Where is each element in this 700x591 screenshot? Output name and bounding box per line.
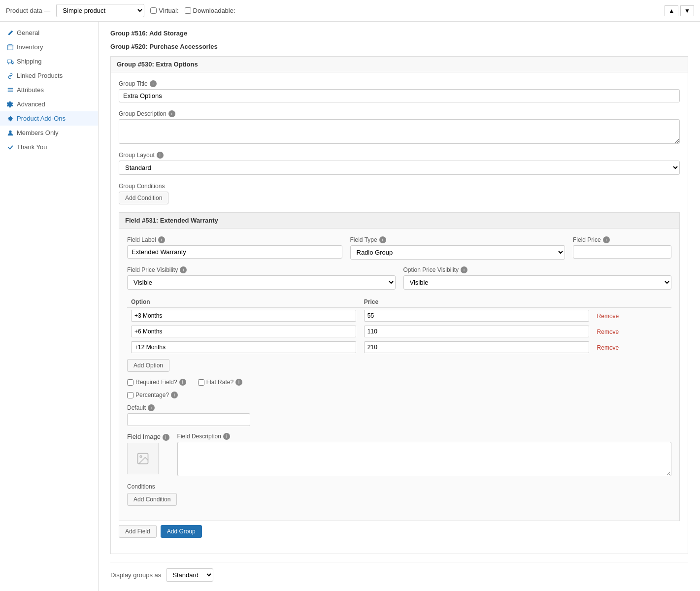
remove-option-1[interactable]: Remove	[597, 328, 619, 335]
bottom-actions: Add Field Add Group	[119, 521, 680, 546]
field-description-textarea[interactable]	[177, 442, 671, 476]
field-price-visibility-select[interactable]: Visible Hidden	[127, 275, 396, 290]
group-layout-row: Group Layout i Standard Grid List	[119, 152, 680, 175]
sidebar-item-attributes[interactable]: Attributes	[0, 83, 98, 97]
svg-rect-4	[8, 88, 13, 88]
default-input[interactable]	[127, 413, 250, 426]
option-label-input-1[interactable]	[131, 326, 356, 337]
field-description-label: Field Description i	[177, 433, 671, 440]
field-label-input[interactable]	[127, 245, 342, 259]
sidebar-item-inventory[interactable]: Inventory	[0, 40, 98, 54]
percentage-checkbox[interactable]	[127, 392, 133, 398]
field-type-col: Field Type i Radio Group Checkbox Text S…	[350, 236, 566, 260]
group-title-field: Group Title i	[119, 80, 680, 102]
option-price-input-2[interactable]	[364, 341, 589, 353]
group-conditions-label: Group Conditions	[119, 183, 168, 190]
sidebar-item-general[interactable]: General	[0, 26, 98, 40]
sidebar-item-linked-products[interactable]: Linked Products	[0, 68, 98, 83]
field-image-info: i	[163, 434, 169, 441]
add-condition-btn-group[interactable]: Add Condition	[119, 192, 168, 204]
add-field-btn[interactable]: Add Field	[119, 525, 157, 538]
field-price-visibility-col: Field Price Visibility i Visible Hidden	[127, 266, 396, 290]
field-price-info: i	[603, 236, 610, 243]
group-layout-select[interactable]: Standard Grid List	[119, 161, 680, 175]
add-option-btn[interactable]: Add Option	[127, 359, 169, 372]
field-checkboxes-row2: Percentage? i	[127, 392, 671, 398]
field-label-info: i	[158, 236, 165, 243]
remove-option-2[interactable]: Remove	[597, 344, 619, 351]
option-label-input-2[interactable]	[131, 341, 356, 353]
field-price-vis-info: i	[180, 266, 187, 273]
svg-rect-5	[8, 90, 13, 90]
group-description-label: Group Description i	[119, 110, 680, 117]
group-layout-info: i	[157, 152, 164, 159]
product-data-label: Product data —	[6, 7, 50, 14]
group-530-section: Group #530: Extra Options Group Title i	[110, 56, 688, 554]
gear-icon	[7, 101, 14, 108]
display-groups-select[interactable]: Standard Tabs Accordion	[166, 568, 213, 582]
sidebar-item-thank-you[interactable]: Thank You	[0, 140, 98, 154]
group-description-info: i	[168, 110, 175, 117]
option-price-input-1[interactable]	[364, 326, 589, 337]
arrow-down-btn[interactable]: ▼	[680, 5, 694, 16]
table-row: Remove	[127, 324, 671, 339]
puzzle-icon	[7, 115, 14, 122]
group-520-header: Group #520: Purchase Accessories	[110, 43, 688, 50]
check-icon	[7, 144, 14, 151]
option-price-input-0[interactable]	[364, 310, 589, 322]
price-visibility-row: Field Price Visibility i Visible Hidden	[127, 266, 671, 290]
group-description-textarea[interactable]	[119, 119, 680, 144]
group-title-info: i	[150, 80, 157, 87]
field-image-label: Field Image i	[127, 433, 169, 441]
group-516-header: Group #516: Add Storage	[110, 30, 688, 37]
sidebar-item-advanced[interactable]: Advanced	[0, 97, 98, 111]
conditions-label: Conditions	[127, 483, 671, 490]
box-icon	[7, 44, 14, 51]
svg-point-7	[9, 130, 11, 132]
sidebar-item-members-only[interactable]: Members Only	[0, 126, 98, 140]
group-title-row: Group Title i	[119, 80, 680, 102]
product-type-select[interactable]: Simple product Variable product Grouped …	[56, 4, 144, 17]
percentage-checkbox-label: Percentage? i	[127, 392, 178, 398]
field-price-input[interactable]	[573, 245, 671, 259]
downloadable-checkbox[interactable]	[185, 7, 191, 14]
svg-rect-0	[8, 46, 13, 50]
option-price-visibility-select[interactable]: Visible Hidden	[403, 275, 672, 290]
svg-point-3	[12, 63, 13, 64]
flat-rate-checkbox[interactable]	[198, 379, 204, 386]
sidebar: General Inventory Shipping Linked Produc…	[0, 22, 99, 591]
content-area: Group #516: Add Storage Group #520: Purc…	[99, 22, 700, 591]
svg-rect-1	[7, 60, 12, 63]
field-type-label: Field Type i	[350, 236, 566, 243]
virtual-checkbox[interactable]	[150, 7, 157, 14]
sidebar-item-shipping[interactable]: Shipping	[0, 54, 98, 68]
sidebar-item-product-addons[interactable]: Product Add-Ons	[0, 111, 98, 126]
pencil-icon	[7, 30, 14, 36]
remove-option-0[interactable]: Remove	[597, 313, 619, 320]
truck-icon	[7, 58, 14, 65]
field-type-select[interactable]: Radio Group Checkbox Text Select Textare…	[350, 245, 566, 260]
top-bar-arrows: ▲ ▼	[665, 5, 694, 16]
field-label-label: Field Label i	[127, 236, 342, 243]
conditions-section: Conditions Add Condition	[127, 483, 671, 506]
group-530-title: Group #530: Extra Options	[111, 57, 688, 72]
field-image-box[interactable]	[127, 443, 159, 474]
price-col-header: Price	[360, 296, 593, 308]
default-field-row: Default i	[127, 404, 671, 426]
arrow-up-btn[interactable]: ▲	[665, 5, 678, 16]
field-531-section: Field #531: Extended Warranty Field Labe…	[119, 212, 680, 521]
add-group-btn[interactable]: Add Group	[161, 525, 202, 538]
field-label-type-price-row: Field Label i Field Type i	[127, 236, 671, 260]
field-price-col: Field Price i	[573, 236, 671, 260]
group-title-input[interactable]	[119, 89, 680, 102]
add-condition-btn-field[interactable]: Add Condition	[127, 493, 177, 506]
group-conditions-row: Group Conditions Add Condition	[119, 183, 680, 204]
option-price-visibility-label: Option Price Visibility i	[403, 266, 672, 273]
option-price-visibility-col: Option Price Visibility i Visible Hidden	[403, 266, 672, 290]
link-icon	[7, 72, 14, 79]
option-label-input-0[interactable]	[131, 310, 356, 322]
field-checkboxes-row: Required Field? i Flat Rate? i	[127, 379, 671, 386]
flat-rate-checkbox-label: Flat Rate? i	[198, 379, 242, 386]
required-field-checkbox[interactable]	[127, 379, 133, 386]
field-desc-info: i	[223, 433, 230, 440]
